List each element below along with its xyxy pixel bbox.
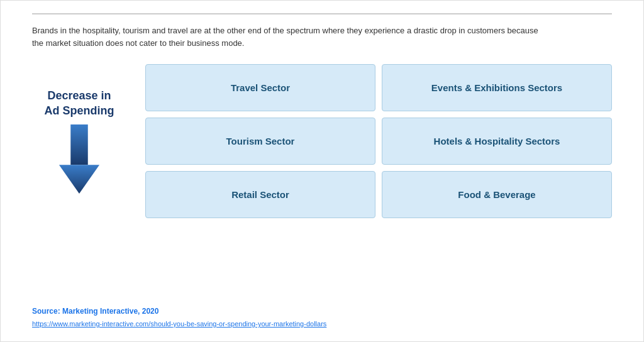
source-label: Source: Marketing Interactive, 2020 — [32, 307, 326, 316]
sector-box-events: Events & Exhibitions Sectors — [382, 64, 612, 111]
description-text: Brands in the hospitality, tourism and t… — [32, 25, 548, 49]
sector-label-events: Events & Exhibitions Sectors — [431, 82, 562, 93]
svg-rect-0 — [70, 124, 88, 165]
sector-box-travel: Travel Sector — [145, 64, 375, 111]
sectors-grid: Travel Sector Events & Exhibitions Secto… — [145, 64, 612, 218]
source-link[interactable]: https://www.marketing-interactive.com/sh… — [32, 320, 326, 328]
sector-box-hotels: Hotels & Hospitality Sectors — [382, 118, 612, 165]
main-content: Decrease in Ad Spending Travel Secto — [32, 64, 612, 218]
footer: Source: Marketing Interactive, 2020 http… — [32, 307, 326, 329]
sector-label-retail: Retail Sector — [231, 189, 289, 200]
top-divider — [32, 13, 612, 14]
arrow-section: Decrease in Ad Spending — [32, 89, 126, 194]
sector-label-tourism: Tourism Sector — [226, 136, 295, 146]
decrease-arrow-icon — [57, 124, 101, 194]
slide-container: Brands in the hospitality, tourism and t… — [0, 0, 644, 342]
sector-box-retail: Retail Sector — [145, 171, 375, 218]
sector-box-tourism: Tourism Sector — [145, 118, 375, 165]
svg-marker-1 — [59, 165, 99, 194]
sector-label-food: Food & Beverage — [458, 189, 535, 200]
arrow-label: Decrease in Ad Spending — [45, 89, 114, 118]
sector-label-travel: Travel Sector — [231, 82, 290, 93]
sector-label-hotels: Hotels & Hospitality Sectors — [434, 136, 560, 146]
sector-box-food: Food & Beverage — [382, 171, 612, 218]
